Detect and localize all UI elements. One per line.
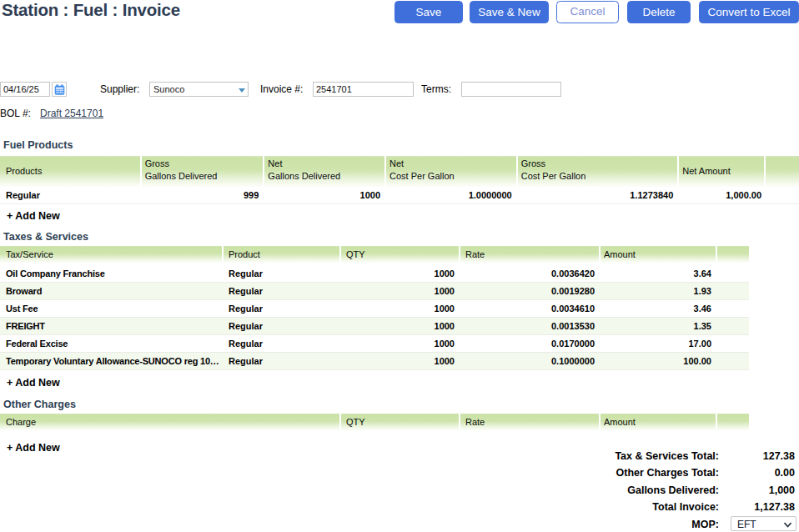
table-cell: Temporary Voluntary Allowance-SUNOCO reg… <box>0 353 222 369</box>
table-row[interactable]: Federal ExciseRegular10000.017000017.00 <box>0 335 749 353</box>
save-and-new-button[interactable]: Save & New <box>470 1 549 23</box>
column-header[interactable]: NetCost Per Gallon <box>384 156 516 187</box>
table-cell-empty <box>716 265 749 282</box>
table-cell: 0.1000000 <box>459 353 599 369</box>
table-cell: Regular <box>222 353 339 369</box>
column-header[interactable]: NetGallons Delivered <box>263 156 384 187</box>
tax-services-total-label: Tax & Services Total: <box>615 450 719 462</box>
total-invoice-value: 1,127.38 <box>754 501 795 513</box>
table-cell: 0.0034610 <box>459 300 599 317</box>
mop-select[interactable]: EFT <box>731 516 796 531</box>
table-cell: 1,000.00 <box>677 187 764 203</box>
table-cell-empty <box>716 300 749 317</box>
convert-to-excel-button[interactable]: Convert to Excel <box>699 1 799 23</box>
invoice-number-input[interactable] <box>313 82 414 97</box>
date-input[interactable] <box>0 82 50 97</box>
mop-value: EFT <box>737 519 756 530</box>
supplier-label: Supplier: <box>100 84 139 95</box>
column-header-empty <box>716 246 749 263</box>
table-cell-empty <box>716 335 749 352</box>
table-row[interactable]: Oil Company FranchiseRegular10000.003642… <box>0 265 749 283</box>
column-header-label: Cost Per Gallon <box>521 170 674 183</box>
table-cell: 17.00 <box>599 335 716 352</box>
column-header-label: Product <box>229 248 335 261</box>
tax-services-total-value: 127.38 <box>763 450 795 462</box>
table-cell: Ust Fee <box>0 300 222 317</box>
table-cell-empty <box>716 283 749 299</box>
cancel-button[interactable]: Cancel <box>556 1 619 23</box>
bol-link[interactable]: Draft 2541701 <box>40 108 103 119</box>
column-header-label: Products <box>6 165 136 178</box>
invoice-number-label: Invoice #: <box>260 84 303 95</box>
other-charges-total-value: 0.00 <box>775 467 795 479</box>
column-header[interactable]: GrossCost Per Gallon <box>516 156 678 187</box>
table-cell: 1000 <box>263 187 384 203</box>
column-header-label: Rate <box>465 248 595 261</box>
table-cell: 100.00 <box>599 353 716 369</box>
table-row[interactable]: Regular99910001.00000001.12738401,000.00 <box>0 187 799 204</box>
table-cell: 1000 <box>339 318 459 334</box>
supplier-dropdown[interactable]: Sunoco <box>149 82 249 97</box>
calendar-button[interactable] <box>52 82 67 97</box>
column-header[interactable]: QTY <box>339 246 459 263</box>
column-header[interactable]: Product <box>222 246 339 263</box>
column-header[interactable]: Charge <box>0 414 339 430</box>
table-cell: 1.93 <box>599 283 716 299</box>
column-header-label: Amount <box>604 248 711 261</box>
column-header[interactable]: Tax/Service <box>0 246 222 263</box>
column-header-label: Net <box>389 158 512 170</box>
column-header-label: Rate <box>465 416 595 429</box>
fuel-products-add-new-link[interactable]: + Add New <box>7 210 60 222</box>
taxes-services-add-new-link[interactable]: + Add New <box>7 377 60 389</box>
table-cell: 1000 <box>339 265 459 282</box>
taxes-services-table-body: Oil Company FranchiseRegular10000.003642… <box>0 265 749 370</box>
chevron-down-icon <box>239 88 245 93</box>
fuel-products-table-body: Regular99910001.00000001.12738401,000.00 <box>0 187 799 204</box>
table-cell-empty <box>764 187 799 203</box>
taxes-services-header-row: Tax/Service Product QTY Rate Amount <box>0 246 749 263</box>
column-header-label: Net Amount <box>682 165 760 178</box>
column-header[interactable]: Amount <box>599 246 716 263</box>
table-cell: 0.0170000 <box>459 335 599 352</box>
table-row[interactable]: BrowardRegular10000.00192801.93 <box>0 283 749 300</box>
page-title: Station : Fuel : Invoice <box>2 0 180 20</box>
table-cell: 999 <box>140 187 264 203</box>
column-header[interactable]: Rate <box>459 246 599 263</box>
save-button[interactable]: Save <box>394 1 463 23</box>
column-header[interactable]: Rate <box>459 414 599 430</box>
column-header-label: Amount <box>604 416 711 429</box>
table-cell: Oil Company Franchise <box>0 265 222 282</box>
column-header[interactable]: Net Amount <box>677 156 764 187</box>
column-header[interactable]: Products <box>0 156 140 187</box>
table-cell: Regular <box>0 187 140 203</box>
column-header[interactable]: QTY <box>339 414 459 430</box>
other-charges-add-new-link[interactable]: + Add New <box>7 442 60 454</box>
terms-input[interactable] <box>461 82 561 97</box>
table-row[interactable]: Ust FeeRegular10000.00346103.46 <box>0 300 749 318</box>
fuel-products-section-title: Fuel Products <box>3 139 73 151</box>
table-row[interactable]: Temporary Voluntary Allowance-SUNOCO reg… <box>0 353 749 370</box>
table-cell: 1000 <box>339 335 459 352</box>
table-cell-empty <box>716 353 749 369</box>
taxes-services-table: Tax/Service Product QTY Rate Amount Oil … <box>0 246 749 370</box>
table-cell: 0.0036420 <box>459 265 599 282</box>
table-row[interactable]: FREIGHTRegular10000.00135301.35 <box>0 318 749 335</box>
delete-button[interactable]: Delete <box>627 1 691 23</box>
total-invoice-label: Total Invoice: <box>652 501 719 513</box>
table-cell: 1.0000000 <box>384 187 516 203</box>
table-cell: Regular <box>222 318 339 334</box>
table-cell: 1.1273840 <box>516 187 678 203</box>
table-cell: 1.35 <box>599 318 716 334</box>
table-cell: Regular <box>222 283 339 299</box>
table-cell: 3.46 <box>599 300 716 317</box>
bol-number-label: BOL #: <box>0 108 31 119</box>
column-header-label: Gallons Delivered <box>145 170 259 183</box>
table-cell: 3.64 <box>599 265 716 282</box>
column-header[interactable]: Amount <box>599 414 716 430</box>
fuel-products-table: Products GrossGallons Delivered NetGallo… <box>0 156 799 204</box>
column-header-label: Charge <box>6 416 335 429</box>
column-header-empty <box>764 156 799 187</box>
column-header-label: Net <box>268 158 380 170</box>
column-header[interactable]: GrossGallons Delivered <box>140 156 264 187</box>
table-cell: 1000 <box>339 283 459 299</box>
